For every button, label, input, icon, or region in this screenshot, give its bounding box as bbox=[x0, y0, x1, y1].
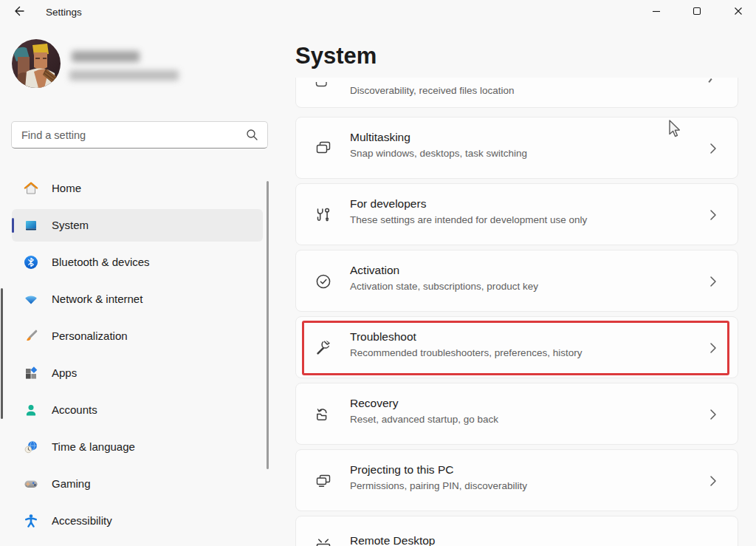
card-title: Multitasking bbox=[350, 131, 410, 144]
chevron-right-icon bbox=[709, 342, 717, 357]
settings-card-nearby-sharing-partial[interactable]: Discoverability, received files location bbox=[295, 78, 738, 108]
card-subtitle: Recommended troubleshooters, preferences… bbox=[350, 347, 582, 358]
sidebar-item-system[interactable]: System bbox=[12, 209, 263, 242]
card-title: For developers bbox=[350, 197, 426, 211]
card-subtitle: Reset, advanced startup, go back bbox=[350, 414, 498, 425]
sidebar-item-network-internet[interactable]: Network & internet bbox=[12, 283, 263, 315]
sidebar-item-gaming[interactable]: Gaming bbox=[12, 468, 263, 500]
sidebar-scrollbar[interactable] bbox=[267, 181, 269, 469]
sidebar-item-label: Time & language bbox=[52, 431, 135, 463]
minimize-button[interactable] bbox=[639, 0, 673, 24]
developers-icon bbox=[314, 205, 333, 225]
bluetooth-icon bbox=[24, 255, 38, 270]
multitasking-icon bbox=[314, 139, 333, 158]
sidebar-item-home[interactable]: Home bbox=[12, 172, 263, 205]
settings-card-troubleshoot[interactable]: Troubleshoot Recommended troubleshooters… bbox=[295, 316, 738, 378]
settings-card-activation[interactable]: Activation Activation state, subscriptio… bbox=[295, 250, 738, 312]
page-title: System bbox=[295, 43, 377, 69]
app-title: Settings bbox=[46, 7, 82, 18]
sidebar-item-time-language[interactable]: Time & language bbox=[12, 431, 263, 463]
card-subtitle: Activation state, subscriptions, product… bbox=[350, 281, 538, 292]
user-name-redacted bbox=[72, 51, 140, 62]
back-button[interactable] bbox=[7, 3, 31, 22]
search-input[interactable] bbox=[21, 123, 243, 147]
close-button[interactable] bbox=[721, 0, 755, 24]
sidebar-item-label: Network & internet bbox=[52, 283, 142, 315]
titlebar: Settings bbox=[0, 0, 756, 25]
card-title: Troubleshoot bbox=[350, 330, 416, 344]
home-icon bbox=[24, 181, 38, 196]
apps-icon bbox=[24, 366, 38, 381]
user-email-redacted bbox=[69, 70, 179, 81]
sidebar-item-bluetooth-devices[interactable]: Bluetooth & devices bbox=[12, 246, 263, 279]
troubleshoot-icon bbox=[314, 338, 333, 358]
card-title: Activation bbox=[350, 264, 399, 277]
chevron-right-icon bbox=[709, 276, 717, 290]
activation-icon bbox=[314, 272, 333, 291]
maximize-button[interactable] bbox=[680, 0, 714, 24]
card-title: Remote Desktop bbox=[350, 534, 435, 546]
user-avatar[interactable] bbox=[12, 39, 61, 88]
sidebar-item-label: Bluetooth & devices bbox=[52, 246, 150, 279]
settings-card-recovery[interactable]: Recovery Reset, advanced startup, go bac… bbox=[295, 383, 738, 445]
network-icon bbox=[24, 292, 38, 307]
chevron-right-icon bbox=[709, 475, 717, 490]
window-edge-scrollbar[interactable] bbox=[1, 288, 3, 419]
system-icon bbox=[24, 218, 38, 233]
sidebar-item-label: Accounts bbox=[52, 394, 97, 426]
sidebar-item-label: Gaming bbox=[52, 468, 91, 500]
sidebar-item-personalization[interactable]: Personalization bbox=[12, 320, 263, 352]
settings-card-for-developers[interactable]: For developers These settings are intend… bbox=[295, 183, 738, 245]
sidebar-item-accounts[interactable]: Accounts bbox=[12, 394, 263, 426]
card-subtitle: Permissions, pairing PIN, discoverabilit… bbox=[350, 480, 527, 491]
search-box[interactable] bbox=[11, 121, 268, 149]
settings-card-multitasking[interactable]: Multitasking Snap windows, desktops, tas… bbox=[295, 117, 738, 179]
sidebar-item-label: Accessibility bbox=[52, 505, 112, 537]
chevron-right-icon bbox=[709, 143, 717, 157]
selected-indicator bbox=[12, 218, 14, 233]
card-title: Projecting to this PC bbox=[350, 463, 453, 477]
chevron-right-icon bbox=[708, 78, 712, 83]
close-icon bbox=[734, 5, 743, 18]
minimize-icon bbox=[652, 5, 661, 18]
recovery-icon bbox=[314, 405, 333, 424]
card-subtitle: Discoverability, received files location bbox=[350, 85, 515, 96]
projecting-icon bbox=[314, 471, 333, 491]
remote-desktop-icon bbox=[314, 539, 333, 546]
sidebar-item-label: Apps bbox=[52, 357, 77, 389]
maximize-icon bbox=[693, 5, 701, 18]
accounts-icon bbox=[24, 403, 38, 417]
chevron-right-icon bbox=[709, 409, 717, 423]
card-title: Recovery bbox=[350, 397, 398, 410]
nearby-share-icon bbox=[315, 79, 329, 92]
accessibility-icon bbox=[24, 513, 38, 528]
arrow-left-icon bbox=[13, 5, 25, 20]
settings-card-remote-desktop[interactable]: Remote Desktop bbox=[295, 516, 738, 546]
card-subtitle: These settings are intended for developm… bbox=[350, 214, 587, 225]
personalization-icon bbox=[24, 329, 38, 344]
sidebar-item-apps[interactable]: Apps bbox=[12, 357, 263, 389]
sidebar-item-label: Home bbox=[52, 172, 81, 205]
sidebar-item-accessibility[interactable]: Accessibility bbox=[12, 505, 263, 537]
gaming-icon bbox=[24, 477, 38, 491]
search-icon bbox=[246, 129, 258, 144]
card-subtitle: Snap windows, desktops, task switching bbox=[350, 148, 527, 159]
sidebar-item-label: Personalization bbox=[52, 320, 128, 352]
chevron-right-icon bbox=[709, 209, 717, 224]
sidebar-item-label: System bbox=[52, 209, 89, 242]
time-language-icon bbox=[24, 440, 38, 454]
settings-card-projecting[interactable]: Projecting to this PC Permissions, pairi… bbox=[295, 449, 738, 511]
